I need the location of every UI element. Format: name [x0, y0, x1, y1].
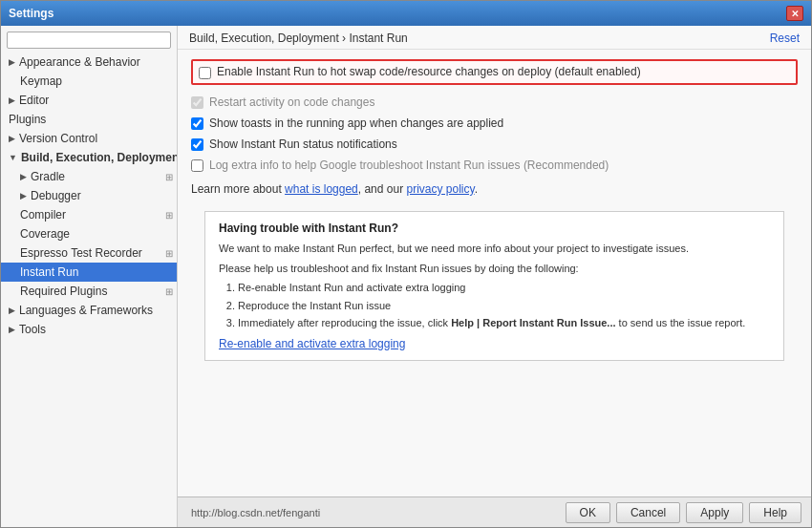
- arrow-icon: ▶: [9, 57, 15, 67]
- sidebar-item-label: Instant Run: [20, 265, 78, 279]
- bottom-bar: http://blog.csdn.net/fenganti OK Cancel …: [178, 496, 811, 527]
- show-toasts-row: Show toasts in the running app when chan…: [191, 116, 798, 131]
- enable-instant-run-row: Enable Instant Run to hot swap code/reso…: [191, 59, 798, 85]
- arrow-icon: ▼: [9, 153, 17, 162]
- sidebar-item-coverage[interactable]: Coverage: [1, 224, 177, 243]
- reset-link[interactable]: Reset: [770, 32, 800, 45]
- trouble-box: Having trouble with Instant Run? We want…: [204, 211, 784, 361]
- trouble-step-3: Immediately after reproducing the issue,…: [238, 315, 770, 331]
- window-title: Settings: [9, 7, 53, 20]
- sidebar-item-label: Appearance & Behavior: [19, 55, 140, 69]
- sidebar: ▶ Appearance & Behavior Keymap ▶ Editor …: [1, 26, 178, 527]
- sidebar-item-label: Tools: [19, 323, 46, 336]
- show-status-label: Show Instant Run status notifications: [209, 137, 397, 151]
- restart-activity-checkbox[interactable]: [191, 96, 203, 109]
- step3-bold: Help | Report Instant Run Issue...: [451, 317, 615, 328]
- learn-more-row: Learn more about what is logged, and our…: [191, 179, 798, 198]
- sidebar-item-espresso[interactable]: Espresso Test Recorder ⊞: [1, 243, 177, 263]
- trouble-para2: Please help us troubleshoot and fix Inst…: [219, 261, 770, 277]
- sidebar-item-label: Compiler: [20, 208, 66, 222]
- arrow-icon: ▶: [9, 134, 15, 143]
- page-icon: ⊞: [165, 210, 173, 221]
- cancel-button[interactable]: Cancel: [616, 502, 680, 523]
- title-bar: Settings ✕: [1, 1, 811, 26]
- ok-button[interactable]: OK: [566, 502, 610, 523]
- sidebar-item-build[interactable]: ▼ Build, Execution, Deployment: [1, 148, 177, 167]
- sidebar-item-label: Version Control: [19, 132, 97, 145]
- sidebar-item-label: Debugger: [31, 189, 81, 202]
- log-extra-row: Log extra info to help Google troublesho…: [191, 158, 798, 173]
- sidebar-item-label: Build, Execution, Deployment: [21, 151, 178, 164]
- show-toasts-checkbox[interactable]: [191, 117, 203, 130]
- main-scroll: Enable Instant Run to hot swap code/reso…: [178, 50, 811, 496]
- log-extra-checkbox[interactable]: [191, 159, 203, 172]
- arrow-icon: ▶: [9, 95, 15, 105]
- main-header: Build, Execution, Deployment › Instant R…: [178, 26, 811, 50]
- enable-instant-run-label: Enable Instant Run to hot swap code/reso…: [217, 65, 641, 78]
- learn-more-prefix: Learn more about: [191, 182, 285, 196]
- arrow-icon: ▶: [9, 306, 15, 315]
- arrow-icon: ▶: [20, 172, 27, 181]
- sidebar-item-debugger[interactable]: ▶ Debugger: [1, 186, 177, 205]
- sidebar-item-version-control[interactable]: ▶ Version Control: [1, 129, 177, 148]
- sidebar-item-gradle[interactable]: ▶ Gradle ⊞: [1, 167, 177, 186]
- page-icon: ⊞: [165, 286, 173, 297]
- sidebar-item-label: Coverage: [20, 227, 70, 241]
- sidebar-item-instant-run[interactable]: Instant Run: [1, 263, 177, 282]
- show-status-row: Show Instant Run status notifications: [191, 137, 798, 152]
- search-input[interactable]: [7, 32, 171, 49]
- sidebar-item-label: Gradle: [31, 170, 65, 183]
- reenable-link[interactable]: Re-enable and activate extra logging: [219, 337, 405, 350]
- breadcrumb: Build, Execution, Deployment › Instant R…: [189, 32, 408, 45]
- learn-more-middle: , and our: [358, 182, 407, 196]
- close-button[interactable]: ✕: [786, 6, 803, 21]
- trouble-para1: We want to make Instant Run perfect, but…: [219, 241, 770, 257]
- sidebar-item-label: Required Plugins: [20, 285, 107, 298]
- learn-more-suffix: .: [475, 182, 478, 196]
- show-toasts-label: Show toasts in the running app when chan…: [209, 116, 503, 130]
- sidebar-item-label: Keymap: [20, 74, 62, 88]
- sidebar-item-appearance[interactable]: ▶ Appearance & Behavior: [1, 53, 177, 72]
- help-button[interactable]: Help: [749, 502, 801, 523]
- what-is-logged-link[interactable]: what is logged: [285, 182, 358, 196]
- restart-activity-row: Restart activity on code changes: [191, 95, 798, 110]
- sidebar-item-editor[interactable]: ▶ Editor: [1, 91, 177, 110]
- settings-window: Settings ✕ ▶ Appearance & Behavior Keyma…: [0, 0, 812, 528]
- log-extra-label: Log extra info to help Google troublesho…: [209, 158, 609, 172]
- trouble-step-2: Reproduce the Instant Run issue: [238, 298, 770, 314]
- trouble-step-1: Re-enable Instant Run and activate extra…: [238, 280, 770, 296]
- sidebar-item-label: Languages & Frameworks: [19, 304, 153, 317]
- main-content: Build, Execution, Deployment › Instant R…: [178, 26, 811, 527]
- show-status-checkbox[interactable]: [191, 138, 203, 151]
- sidebar-item-compiler[interactable]: Compiler ⊞: [1, 205, 177, 224]
- sidebar-item-label: Editor: [19, 94, 49, 107]
- enable-instant-run-checkbox[interactable]: [199, 67, 211, 79]
- privacy-policy-link[interactable]: privacy policy: [406, 182, 474, 196]
- sidebar-item-plugins[interactable]: Plugins: [1, 110, 177, 129]
- arrow-icon: ▶: [20, 191, 27, 201]
- sidebar-item-languages[interactable]: ▶ Languages & Frameworks: [1, 301, 177, 320]
- restart-activity-label: Restart activity on code changes: [209, 95, 374, 109]
- sidebar-item-label: Plugins: [9, 113, 46, 126]
- sidebar-item-label: Espresso Test Recorder: [20, 246, 142, 260]
- sidebar-item-tools[interactable]: ▶ Tools: [1, 320, 177, 339]
- apply-button[interactable]: Apply: [686, 502, 743, 523]
- page-icon: ⊞: [165, 248, 173, 259]
- arrow-icon: ▶: [9, 325, 15, 334]
- url-label: http://blog.csdn.net/fenganti: [187, 507, 560, 518]
- trouble-steps: Re-enable Instant Run and activate extra…: [219, 280, 770, 331]
- sidebar-item-required-plugins[interactable]: Required Plugins ⊞: [1, 282, 177, 301]
- trouble-title: Having trouble with Instant Run?: [219, 222, 770, 235]
- sidebar-item-keymap[interactable]: Keymap: [1, 72, 177, 91]
- page-icon: ⊞: [165, 172, 173, 182]
- window-body: ▶ Appearance & Behavior Keymap ▶ Editor …: [1, 26, 811, 527]
